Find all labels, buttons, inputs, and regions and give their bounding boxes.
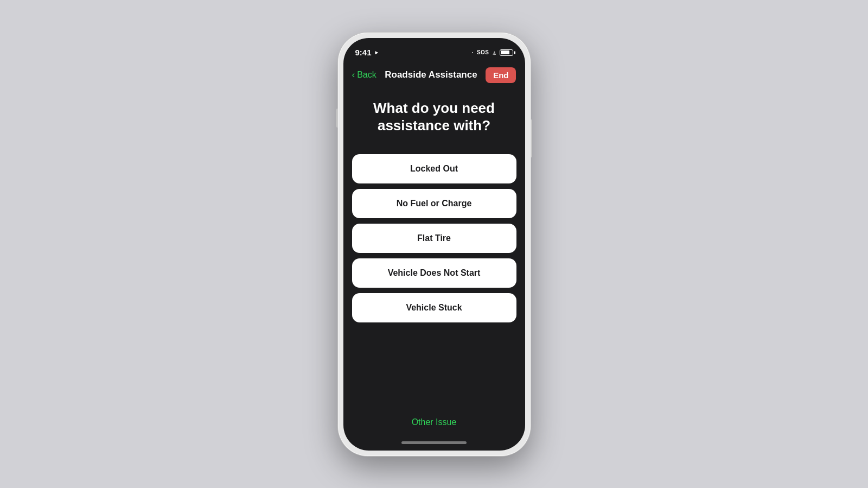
option-flat-tire-label: Flat Tire	[417, 233, 451, 243]
time-label: 9:41	[355, 48, 372, 57]
option-vehicle-not-start-label: Vehicle Does Not Start	[388, 268, 481, 278]
option-vehicle-stuck-label: Vehicle Stuck	[406, 303, 462, 313]
battery-icon	[500, 49, 513, 56]
back-chevron-icon: ‹	[352, 69, 355, 80]
option-vehicle-not-start[interactable]: Vehicle Does Not Start	[352, 258, 516, 288]
home-bar	[401, 441, 467, 444]
phone-screen: 9:41 ► ⋅ SOS ⍋ ‹ Back Roadside Assistanc…	[343, 38, 525, 451]
status-time: 9:41 ►	[355, 48, 380, 57]
nav-bar: ‹ Back Roadside Assistance End	[343, 65, 525, 88]
other-issue-button[interactable]: Other Issue	[403, 413, 465, 432]
status-bar: 9:41 ► ⋅ SOS ⍋	[343, 38, 525, 65]
option-no-fuel[interactable]: No Fuel or Charge	[352, 189, 516, 218]
back-button[interactable]: ‹ Back	[352, 69, 376, 80]
bluetooth-icon: ⋅	[471, 49, 474, 56]
main-content: What do you need assistance with? Locked…	[343, 88, 525, 404]
back-label: Back	[357, 70, 376, 80]
status-right-icons: ⋅ SOS ⍋	[471, 49, 513, 56]
option-vehicle-stuck[interactable]: Vehicle Stuck	[352, 293, 516, 322]
bottom-area: Other Issue	[343, 404, 525, 437]
signal-icon: ⍋	[493, 49, 496, 56]
question-title: What do you need assistance with?	[352, 99, 516, 135]
end-button[interactable]: End	[486, 67, 516, 83]
battery-fill	[501, 50, 509, 54]
option-locked-out-label: Locked Out	[410, 164, 458, 174]
option-locked-out[interactable]: Locked Out	[352, 154, 516, 183]
options-list: Locked Out No Fuel or Charge Flat Tire V…	[352, 154, 516, 322]
nav-title: Roadside Assistance	[385, 69, 477, 80]
option-no-fuel-label: No Fuel or Charge	[397, 199, 472, 208]
location-arrow-icon: ►	[374, 49, 380, 55]
phone-frame: 9:41 ► ⋅ SOS ⍋ ‹ Back Roadside Assistanc…	[338, 33, 531, 456]
sos-label: SOS	[477, 49, 489, 55]
home-indicator	[343, 437, 525, 451]
option-flat-tire[interactable]: Flat Tire	[352, 224, 516, 253]
